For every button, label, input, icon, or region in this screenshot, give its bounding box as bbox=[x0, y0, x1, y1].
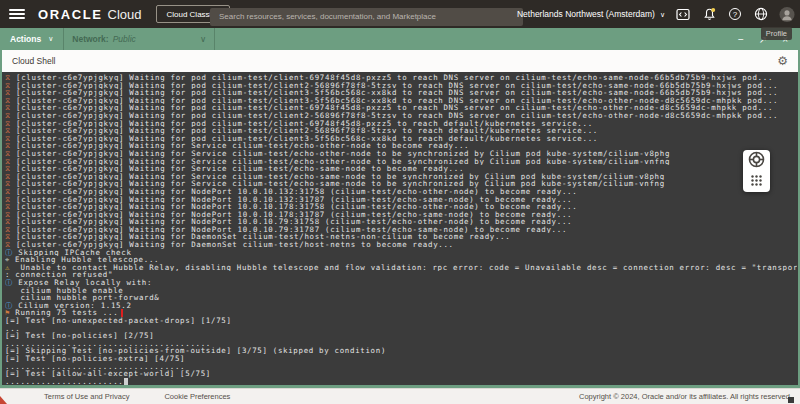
search-input[interactable] bbox=[210, 8, 523, 26]
terminal-line: ⧖ [cluster-c6e7ypjgkyq] Waiting for Serv… bbox=[5, 173, 797, 181]
wait-icon: ⧖ bbox=[5, 112, 16, 120]
wait-icon: ⧖ bbox=[5, 158, 16, 166]
terminal-output[interactable]: ⧖ [cluster-c6e7ypjgkyq] Waiting for pod … bbox=[2, 72, 798, 385]
network-label: Network: bbox=[72, 34, 108, 44]
wait-icon: ⧖ bbox=[5, 165, 16, 173]
copyright-text: Copyright © 2024, Oracle and/or its affi… bbox=[579, 392, 792, 401]
info-icon: ⓘ bbox=[5, 249, 18, 257]
wait-icon: ⧖ bbox=[5, 104, 16, 112]
scope-icon: ⌖ bbox=[5, 256, 15, 264]
terminal-line: ... bbox=[5, 325, 797, 333]
language-globe-icon[interactable] bbox=[753, 6, 769, 22]
region-label: Netherlands Northwest (Amsterdam) bbox=[517, 9, 655, 19]
actions-dropdown[interactable]: Actions ∨ bbox=[0, 28, 63, 50]
terminal-line: ⧖ [cluster-c6e7ypjgkyq] Waiting for Serv… bbox=[5, 142, 797, 150]
logo-oracle-text: ORACLE bbox=[38, 7, 103, 22]
minimize-icon[interactable]: − bbox=[738, 34, 744, 45]
wait-icon: ⧖ bbox=[5, 135, 16, 143]
corner-accent bbox=[0, 396, 7, 404]
terminal-line: ⧖ [cluster-c6e7ypjgkyq] Waiting for Daem… bbox=[5, 233, 797, 241]
wait-icon: ⧖ bbox=[5, 173, 16, 181]
life-buoy-icon[interactable] bbox=[748, 151, 765, 172]
terminal-line: ⧖ [cluster-c6e7ypjgkyq] Waiting for Node… bbox=[5, 218, 797, 226]
terminal-line: [=] Skipping Test [no-policies-from-outs… bbox=[5, 347, 797, 355]
terminal-line: [=] Test [allow-all-except-world] [5/75] bbox=[5, 370, 797, 378]
terminal-line: ⚠ Unable to contact Hubble Relay, disabl… bbox=[5, 264, 797, 272]
terminal-line: [=] Test [no-policies-extra] [4/75] bbox=[5, 355, 797, 363]
annotation-highlight: ⚑ Running 75 tests ... bbox=[5, 309, 121, 317]
developer-console-icon[interactable] bbox=[675, 6, 691, 22]
grid-dots-icon[interactable] bbox=[750, 173, 763, 191]
network-value: Public bbox=[113, 34, 136, 44]
terminal-line: ⧖ [cluster-c6e7ypjgkyq] Waiting for pod … bbox=[5, 89, 797, 97]
wait-icon: ⧖ bbox=[5, 127, 16, 135]
resize-grip[interactable] bbox=[788, 397, 794, 403]
info-icon: ⓘ bbox=[5, 302, 18, 310]
logo-cloud-text: Cloud bbox=[108, 7, 142, 22]
terminal-line: [=] Test [no-unexpected-packet-drops] [1… bbox=[5, 317, 797, 325]
wait-icon: ⧖ bbox=[5, 82, 16, 90]
terminal-line: ⓘ Cilium version: 1.15.2 bbox=[5, 302, 797, 310]
terminal-line: ⧖ [cluster-c6e7ypjgkyq] Waiting for Serv… bbox=[5, 158, 797, 166]
terminal-line: ⧖ [cluster-c6e7ypjgkyq] Waiting for pod … bbox=[5, 135, 797, 143]
footer-links: Terms of Use and PrivacyCookie Preferenc… bbox=[44, 392, 230, 401]
footer-link-1[interactable]: Cookie Preferences bbox=[164, 392, 230, 401]
terminal-line: ⧖ [cluster-c6e7ypjgkyq] Waiting for pod … bbox=[5, 82, 797, 90]
chevron-down-icon: ∨ bbox=[660, 11, 665, 19]
profile-avatar[interactable] bbox=[779, 6, 795, 22]
actions-label: Actions bbox=[10, 34, 41, 44]
region-selector[interactable]: Netherlands Northwest (Amsterdam) ∨ bbox=[517, 9, 665, 19]
wait-icon: ⧖ bbox=[5, 241, 16, 249]
divider bbox=[214, 28, 215, 50]
wait-icon: ⧖ bbox=[5, 74, 16, 82]
wait-icon: ⧖ bbox=[5, 188, 16, 196]
profile-tooltip: Profile bbox=[761, 27, 792, 40]
terminal-cursor bbox=[124, 378, 128, 385]
help-icon[interactable]: ? bbox=[727, 6, 743, 22]
terminal-line: [=] Test [no-policies] [2/75] bbox=[5, 332, 797, 340]
wait-icon: ⧖ bbox=[5, 142, 16, 150]
oracle-cloud-logo[interactable]: ORACLE Cloud bbox=[38, 7, 141, 22]
terminal-line: : connection refused" bbox=[5, 271, 797, 279]
terminal-line: ⧖ [cluster-c6e7ypjgkyq] Waiting for Node… bbox=[5, 196, 797, 204]
wait-icon: ⧖ bbox=[5, 233, 16, 241]
wait-icon: ⧖ bbox=[5, 120, 16, 128]
wait-icon: ⧖ bbox=[5, 211, 16, 219]
terminal-line: ⧖ [cluster-c6e7ypjgkyq] Waiting for Node… bbox=[5, 226, 797, 234]
cloud-shell-header: Cloud Shell ⚙ bbox=[2, 50, 798, 72]
terminal-line: cilium hubble port-forward& bbox=[5, 294, 797, 302]
terminal-line: cilium hubble enable bbox=[5, 287, 797, 295]
terminal-line: ⧖ [cluster-c6e7ypjgkyq] Waiting for pod … bbox=[5, 112, 797, 120]
gear-icon[interactable]: ⚙ bbox=[777, 55, 788, 67]
terminal-line: ⧖ [cluster-c6e7ypjgkyq] Waiting for Serv… bbox=[5, 165, 797, 173]
wait-icon: ⧖ bbox=[5, 97, 16, 105]
footer-link-0[interactable]: Terms of Use and Privacy bbox=[44, 392, 129, 401]
floating-widget[interactable] bbox=[743, 150, 770, 192]
terminal-line: ⧖ [cluster-c6e7ypjgkyq] Waiting for pod … bbox=[5, 120, 797, 128]
terminal-line: ................................... bbox=[5, 363, 797, 371]
terminal-line: ⧖ [cluster-c6e7ypjgkyq] Waiting for Node… bbox=[5, 211, 797, 219]
wait-icon: ⧖ bbox=[5, 150, 16, 158]
warn-icon: ⚠ bbox=[5, 264, 15, 272]
terminal-line: ⧖ [cluster-c6e7ypjgkyq] Waiting for Serv… bbox=[5, 150, 797, 158]
run-icon: ⚑ bbox=[5, 309, 15, 317]
terminal-line: ⧖ [cluster-c6e7ypjgkyq] Waiting for pod … bbox=[5, 97, 797, 105]
terminal-line: ........................................ bbox=[5, 340, 797, 348]
info-icon: ⓘ bbox=[5, 279, 18, 287]
terminal-line: ⧖ [cluster-c6e7ypjgkyq] Waiting for Serv… bbox=[5, 180, 797, 188]
top-navigation-bar: ORACLE Cloud Cloud Classic › Netherlands… bbox=[0, 0, 800, 28]
wait-icon: ⧖ bbox=[5, 196, 16, 204]
notifications-bell-icon[interactable] bbox=[701, 6, 717, 22]
wait-icon: ⧖ bbox=[5, 203, 16, 211]
terminal-line: ⧖ [cluster-c6e7ypjgkyq] Waiting for Node… bbox=[5, 203, 797, 211]
wait-icon: ⧖ bbox=[5, 218, 16, 226]
hamburger-menu-icon[interactable] bbox=[9, 9, 25, 19]
network-dropdown[interactable]: Network: Public ∨ bbox=[64, 28, 214, 50]
wait-icon: ⧖ bbox=[5, 89, 16, 97]
chevron-down-icon: ∨ bbox=[48, 35, 53, 43]
chevron-down-icon: ∨ bbox=[200, 34, 206, 44]
terminal-line: ....................... bbox=[5, 378, 797, 385]
terminal-line: ⧖ [cluster-c6e7ypjgkyq] Waiting for pod … bbox=[5, 104, 797, 112]
terminal-line: ⧖ [cluster-c6e7ypjgkyq] Waiting for Daem… bbox=[5, 241, 797, 249]
terminal-line: ⧖ [cluster-c6e7ypjgkyq] Waiting for pod … bbox=[5, 127, 797, 135]
